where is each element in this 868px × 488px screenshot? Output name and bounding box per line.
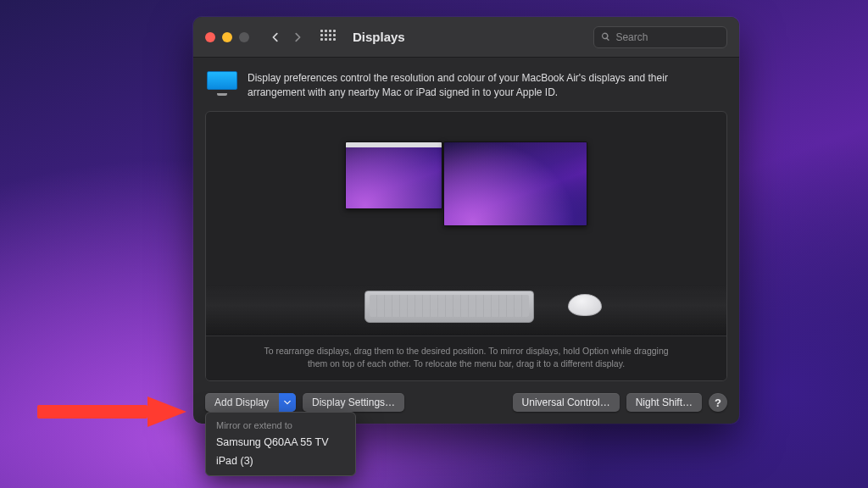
titlebar: Displays — [193, 17, 739, 58]
search-field[interactable] — [593, 26, 727, 48]
window-body: Display preferences control the resoluti… — [193, 58, 739, 424]
night-shift-button[interactable]: Night Shift… — [626, 393, 702, 412]
display-thumb-secondary[interactable] — [443, 141, 587, 226]
keyboard-icon — [364, 291, 534, 323]
display-thumb-primary[interactable] — [345, 141, 442, 209]
display-icon — [207, 71, 237, 95]
arrangement-hint: To rearrange displays, drag them to the … — [206, 336, 726, 380]
displays-preferences-window: Displays Display preferences control the… — [193, 17, 739, 424]
close-icon[interactable] — [205, 32, 215, 42]
description-text: Display preferences control the resoluti… — [248, 71, 726, 101]
menu-item-ipad[interactable]: iPad (3) — [206, 452, 355, 470]
nav-arrows — [266, 28, 307, 47]
night-shift-label: Night Shift… — [636, 396, 693, 408]
button-row: Add Display Display Settings… Universal … — [205, 391, 727, 412]
display-settings-label: Display Settings… — [312, 396, 395, 408]
zoom-icon — [239, 32, 249, 42]
forward-button[interactable] — [288, 28, 307, 47]
displays-area[interactable] — [206, 112, 726, 285]
universal-control-button[interactable]: Universal Control… — [513, 393, 620, 412]
add-display-button[interactable]: Add Display — [205, 393, 296, 412]
universal-control-label: Universal Control… — [522, 396, 610, 408]
minimize-icon[interactable] — [222, 32, 232, 42]
add-display-menu: Mirror or extend to Samsung Q60AA 55 TV … — [205, 412, 356, 476]
menu-item-samsung-tv[interactable]: Samsung Q60AA 55 TV — [206, 433, 355, 452]
help-button[interactable]: ? — [709, 393, 727, 412]
description-row: Display preferences control the resoluti… — [205, 69, 727, 101]
add-display-label: Add Display — [214, 396, 269, 408]
mouse-icon — [568, 294, 602, 316]
back-button[interactable] — [266, 28, 285, 47]
search-input[interactable] — [615, 31, 720, 43]
arrangement-panel: To rearrange displays, drag them to the … — [205, 111, 727, 381]
window-controls — [205, 32, 249, 42]
peripherals-illustration — [206, 285, 726, 336]
display-settings-button[interactable]: Display Settings… — [303, 393, 404, 412]
search-icon — [601, 31, 610, 42]
menu-section-header: Mirror or extend to — [206, 418, 355, 433]
show-all-icon[interactable] — [320, 30, 336, 45]
chevron-down-icon[interactable] — [279, 393, 296, 412]
window-title: Displays — [353, 30, 405, 44]
help-icon: ? — [715, 396, 721, 409]
